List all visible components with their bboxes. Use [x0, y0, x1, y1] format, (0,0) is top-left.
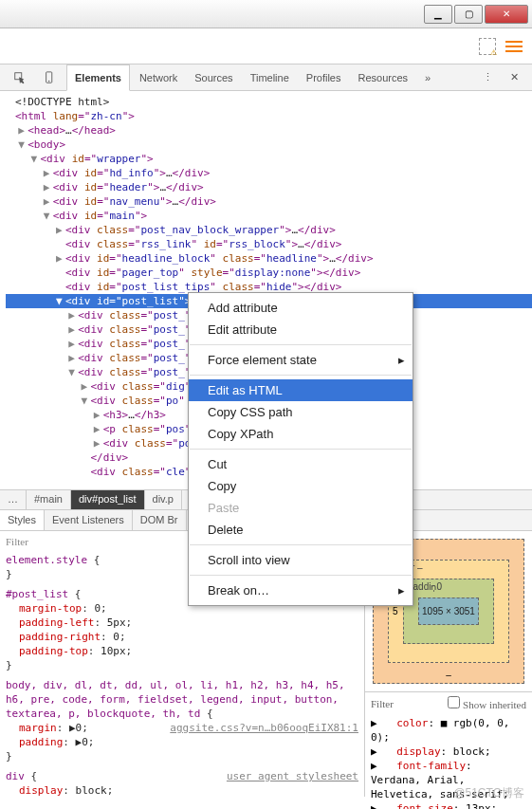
window-maximize-button[interactable]: ▢	[454, 5, 483, 24]
context-menu-item[interactable]: Scroll into view	[189, 549, 413, 571]
context-menu-item[interactable]: Copy XPath	[189, 423, 413, 445]
dom-node[interactable]: <div id="pager_top" style="display:none"…	[6, 266, 532, 280]
watermark: @51CTO博客	[453, 785, 524, 801]
context-menu-item[interactable]: Copy	[189, 475, 413, 497]
dom-node[interactable]: ▼<div id="main">	[6, 209, 532, 223]
context-menu-item[interactable]: Add attribute	[189, 297, 413, 319]
context-menu-item[interactable]: Copy CSS path	[189, 401, 413, 423]
browser-toolbar	[0, 28, 532, 64]
context-menu-separator	[190, 575, 412, 576]
context-menu-item[interactable]: Edit as HTML	[189, 379, 413, 401]
devtools-close-icon[interactable]: ✕	[503, 64, 526, 90]
devtools-tab-profiles[interactable]: Profiles	[299, 64, 349, 90]
dom-node[interactable]: ▶<div id="hd_info">…</div>	[6, 166, 532, 180]
context-menu: Add attributeEdit attributeForce element…	[188, 292, 413, 606]
window-titlebar: ▁ ▢ ✕	[0, 0, 532, 28]
breadcrumb-item[interactable]: #main	[27, 490, 71, 509]
devtools-tabs: ElementsNetworkSourcesTimelineProfilesRe…	[0, 64, 532, 91]
dom-node[interactable]: ▶<div id="headline_block" class="headlin…	[6, 251, 532, 266]
devtools-tab-network[interactable]: Network	[132, 64, 185, 90]
dom-node[interactable]: ▼<div id="wrapper">	[6, 152, 532, 166]
styles-subtab[interactable]: Event Listeners	[45, 510, 133, 530]
context-menu-separator	[190, 544, 412, 545]
context-menu-item[interactable]: Cut	[189, 453, 413, 475]
computed-filter-label[interactable]: Filter	[371, 697, 394, 711]
dom-node[interactable]: ▶<div id="nav_menu">…</div>	[6, 194, 532, 209]
dom-node[interactable]: ▼<body>	[6, 138, 532, 152]
dom-node[interactable]: <html lang="zh-cn">	[6, 109, 532, 123]
extension-icon[interactable]	[479, 38, 496, 55]
context-menu-item[interactable]: Delete	[189, 519, 413, 541]
devtools-tab-timeline[interactable]: Timeline	[243, 64, 297, 90]
devtools-tab-elements[interactable]: Elements	[66, 64, 130, 91]
devtools-tab-sources[interactable]: Sources	[187, 64, 240, 90]
breadcrumb-item[interactable]: div#post_list	[71, 490, 145, 509]
devtools-menu-icon[interactable]: ⋮	[475, 64, 501, 90]
breadcrumb-item[interactable]: …	[0, 490, 27, 509]
context-menu-separator	[190, 375, 412, 376]
context-menu-item[interactable]: Edit attribute	[189, 319, 413, 340]
device-mode-icon[interactable]	[36, 64, 64, 90]
context-menu-item[interactable]: Force element state▸	[189, 349, 413, 371]
dom-node[interactable]: ▶<div id="header">…</div>	[6, 180, 532, 194]
styles-subtab[interactable]: Styles	[0, 509, 45, 530]
more-tabs-icon[interactable]: »	[417, 64, 438, 90]
context-menu-separator	[190, 344, 412, 345]
box-model-content-size: 1095 × 3051	[418, 598, 479, 625]
context-menu-item: Paste	[189, 497, 413, 519]
breadcrumb-item[interactable]: div.p	[145, 490, 182, 509]
inspect-icon[interactable]	[6, 64, 34, 90]
svg-point-2	[48, 80, 49, 81]
dom-node[interactable]: <div class="rss_link" id="rss_block">…</…	[6, 237, 532, 251]
devtools-tab-resources[interactable]: Resources	[350, 64, 415, 90]
show-inherited-checkbox[interactable]: Show inherited	[448, 696, 526, 712]
styles-subtab[interactable]: DOM Br	[133, 510, 187, 530]
dom-node[interactable]: ▶<head>…</head>	[6, 123, 532, 138]
window-minimize-button[interactable]: ▁	[424, 5, 452, 24]
context-menu-item[interactable]: Break on…▸	[189, 579, 413, 601]
hamburger-menu-icon[interactable]	[505, 41, 523, 52]
dom-node[interactable]: ▶<div class="post_nav_block_wrapper">…</…	[6, 223, 532, 237]
context-menu-separator	[190, 449, 412, 450]
window-close-button[interactable]: ✕	[485, 5, 528, 24]
